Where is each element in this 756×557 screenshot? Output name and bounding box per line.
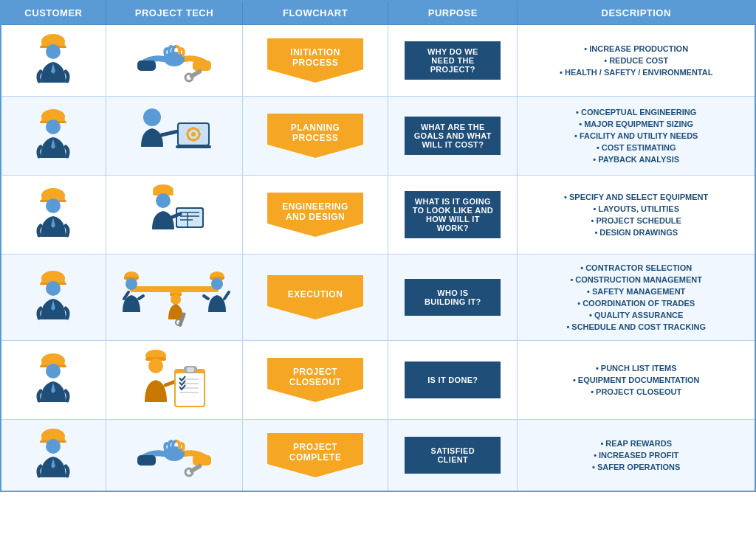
- list-item: COST ESTIMATING: [520, 142, 752, 153]
- purpose-box: IS IT DONE?: [405, 361, 501, 398]
- list-item: PROJECT CLOSEOUT: [520, 386, 752, 398]
- purpose-cell: WHAT ARE THEGOALS AND WHATWILL IT COST?: [388, 97, 518, 176]
- customer-cell: [1, 341, 106, 420]
- list-item: INCREASE PRODUCTION: [520, 43, 752, 55]
- customer-cell: [1, 255, 106, 341]
- list-item: SCHEDULE AND COST TRACKING: [520, 321, 752, 333]
- purpose-box: WHY DO WENEED THEPROJECT?: [405, 41, 501, 80]
- purpose-cell: WHO ISBUILDING IT?: [388, 255, 518, 341]
- svg-line-26: [197, 129, 199, 131]
- flowchart-cell: PLANNINGPROCESS: [243, 97, 388, 176]
- customer-cell: [1, 97, 106, 176]
- svg-point-58: [211, 278, 223, 290]
- svg-rect-27: [176, 145, 211, 148]
- header-description: DESCRIPTION: [518, 1, 755, 25]
- tech-icon: [109, 260, 239, 334]
- customer-icon: [4, 31, 103, 90]
- flowchart-arrow: EXECUTION: [267, 275, 363, 319]
- svg-point-15: [143, 108, 161, 126]
- svg-point-3: [46, 44, 61, 59]
- purpose-cell: WHY DO WENEED THEPROJECT?: [388, 25, 518, 97]
- projtech-cell: [106, 97, 242, 176]
- header-customer: CUSTOMER: [1, 1, 106, 25]
- purpose-box: WHAT IS IT GOINGTO LOOK LIKE ANDHOW WILL…: [405, 191, 501, 238]
- table-row: EXECUTIONWHO ISBUILDING IT?CONTRACTOR SE…: [1, 255, 755, 341]
- list-item: INCREASED PROFIT: [520, 449, 752, 461]
- description-cell: SPECIFY AND SELECT EQUIPMENTLAYOUTS, UTI…: [518, 176, 755, 255]
- list-item: CONCEPTUAL ENGINEERING: [520, 106, 752, 118]
- table-row: ENGINEERINGAND DESIGNWHAT IS IT GOINGTO …: [1, 176, 755, 255]
- svg-rect-6: [137, 60, 156, 71]
- description-cell: CONTRACTOR SELECTIONCONSTRUCTION MANAGEM…: [518, 255, 755, 341]
- svg-rect-70: [187, 367, 194, 372]
- flowchart-arrow: ENGINEERINGAND DESIGN: [267, 193, 363, 237]
- projtech-cell: [106, 25, 242, 97]
- table-row: INITIATIONPROCESSWHY DO WENEED THEPROJEC…: [1, 25, 755, 97]
- description-cell: PUNCH LIST ITEMSEQUIPMENT DOCUMENTATIONP…: [518, 341, 755, 420]
- description-cell: INCREASE PRODUCTIONREDUCE COSTHEALTH / S…: [518, 25, 755, 97]
- description-list: SPECIFY AND SELECT EQUIPMENTLAYOUTS, UTI…: [520, 191, 752, 238]
- customer-cell: [1, 176, 106, 255]
- tech-icon: [109, 31, 239, 90]
- flowchart-cell: ENGINEERINGAND DESIGN: [243, 176, 388, 255]
- svg-point-53: [171, 294, 181, 305]
- list-item: SAFER OPERATIONS: [520, 461, 752, 473]
- list-item: DESIGN DRAWINGS: [520, 226, 752, 238]
- svg-point-78: [46, 439, 61, 454]
- svg-point-5: [164, 52, 185, 66]
- list-item: LAYOUTS, UTILITIES: [520, 203, 752, 215]
- header-projtech: PROJECT TECH: [106, 1, 242, 25]
- svg-line-23: [188, 129, 190, 131]
- projtech-cell: [106, 341, 242, 420]
- projtech-cell: [106, 255, 242, 341]
- svg-rect-82: [193, 455, 211, 466]
- flowchart-cell: PROJECTCLOSEOUT: [243, 341, 388, 420]
- flowchart-arrow: PLANNINGPROCESS: [267, 114, 363, 158]
- svg-point-84: [185, 468, 193, 476]
- customer-cell: [1, 25, 106, 97]
- svg-point-35: [156, 193, 171, 208]
- table-row: PROJECTCOMPLETESATISFIEDCLIENTREAP REWAR…: [1, 420, 755, 492]
- description-cell: CONCEPTUAL ENGINEERINGMAJOR EQUIPMENT SI…: [518, 97, 755, 176]
- svg-point-13: [46, 120, 61, 134]
- list-item: CONTRACTOR SELECTION: [520, 262, 752, 274]
- list-item: QUALITY ASSURANCE: [520, 309, 752, 321]
- customer-cell: [1, 420, 106, 492]
- description-list: PUNCH LIST ITEMSEQUIPMENT DOCUMENTATIONP…: [520, 362, 752, 398]
- purpose-cell: SATISFIEDCLIENT: [388, 420, 518, 492]
- list-item: PAYBACK ANALYSIS: [520, 153, 752, 165]
- purpose-cell: IS IT DONE?: [388, 341, 518, 420]
- purpose-cell: WHAT IS IT GOINGTO LOOK LIKE ANDHOW WILL…: [388, 176, 518, 255]
- list-item: REAP REWARDS: [520, 437, 752, 449]
- tech-icon: [109, 426, 239, 485]
- header-flowchart: FLOWCHART: [243, 1, 388, 25]
- svg-point-80: [164, 446, 185, 461]
- description-list: CONTRACTOR SELECTIONCONSTRUCTION MANAGEM…: [520, 262, 752, 333]
- flowchart-cell: PROJECTCOMPLETE: [243, 420, 388, 492]
- purpose-box: SATISFIEDCLIENT: [405, 437, 501, 474]
- flowchart-arrow: PROJECTCOMPLETE: [267, 433, 363, 477]
- svg-point-45: [46, 281, 61, 296]
- purpose-box: WHAT ARE THEGOALS AND WHATWILL IT COST?: [405, 117, 501, 155]
- customer-icon: [4, 185, 103, 244]
- description-list: REAP REWARDSINCREASED PROFITSAFER OPERAT…: [520, 437, 752, 473]
- flowchart-cell: INITIATIONPROCESS: [243, 25, 388, 97]
- list-item: PUNCH LIST ITEMS: [520, 362, 752, 374]
- tech-icon: [109, 181, 239, 248]
- projtech-cell: [106, 176, 242, 255]
- description-cell: REAP REWARDSINCREASED PROFITSAFER OPERAT…: [518, 420, 755, 492]
- table-row: PROJECTCLOSEOUTIS IT DONE?PUNCH LIST ITE…: [1, 341, 755, 420]
- list-item: COORDINATION OF TRADES: [520, 297, 752, 309]
- customer-icon: [4, 268, 103, 327]
- flowchart-arrow: INITIATIONPROCESS: [267, 38, 363, 83]
- flowchart-arrow: PROJECTCLOSEOUT: [267, 358, 363, 402]
- svg-point-9: [185, 74, 193, 81]
- flowchart-cell: EXECUTION: [243, 255, 388, 341]
- list-item: SPECIFY AND SELECT EQUIPMENT: [520, 191, 752, 203]
- header-purpose: PURPOSE: [388, 1, 518, 25]
- tech-icon: [109, 347, 239, 413]
- description-list: CONCEPTUAL ENGINEERINGMAJOR EQUIPMENT SI…: [520, 106, 752, 165]
- list-item: CONSTRUCTION MANAGEMENT: [520, 274, 752, 286]
- table-row: PLANNINGPROCESSWHAT ARE THEGOALS AND WHA…: [1, 97, 755, 176]
- svg-point-66: [148, 359, 163, 373]
